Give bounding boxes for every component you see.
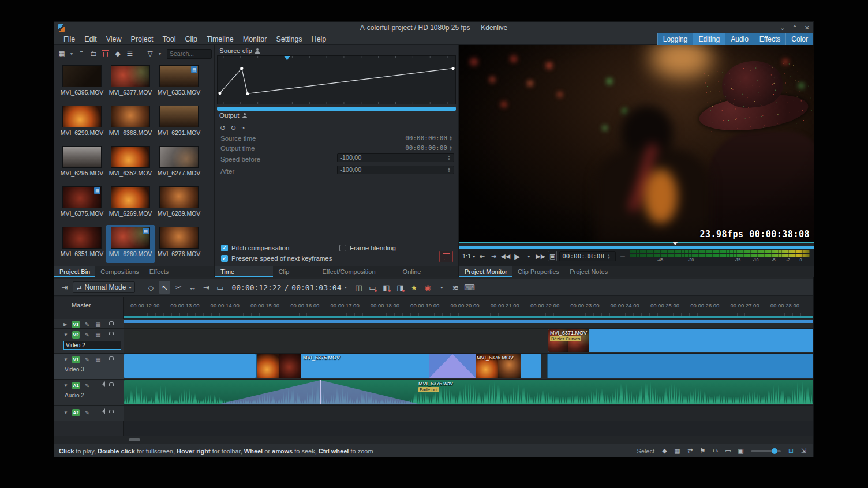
razor-tool-icon[interactable]: ✂ [173,281,184,294]
bin-tab-effects[interactable]: Effects [144,266,174,277]
guide-marker-icon[interactable]: ◧ [380,281,392,294]
timeline-clip-v1-tail[interactable] [124,354,256,378]
mixer-icon[interactable]: ≋ [450,281,461,294]
delete-keyframe-button[interactable] [439,251,453,262]
zone-in-icon[interactable]: ⇤ [477,251,487,261]
track-v2-header[interactable]: ▼ V2 ✎ ▦ [54,329,124,354]
zoom-out-icon[interactable]: ▭ [723,446,733,456]
bin-clip-item[interactable]: MVI_6352.MOV [106,144,155,182]
bin-clip-item[interactable]: MVI_6295.MOV [58,144,106,182]
monitor-video[interactable]: 23.98fps 00:00:38:08 [459,45,814,242]
view-mode-caret-icon[interactable]: ▾ [69,48,74,59]
minimize-icon[interactable]: ⌄ [780,24,785,32]
track-v1-content[interactable]: MVI_6375.MOV MVI_6376.MOV [124,354,813,380]
next-keyframe-icon[interactable]: ↻ [230,124,236,132]
menu-help[interactable]: Help [307,33,331,45]
chevron-right-icon[interactable]: ▶ [63,322,68,327]
menu-clip[interactable]: Clip [180,33,202,45]
menu-file[interactable]: File [59,33,80,45]
menu-timeline[interactable]: Timeline [202,33,238,45]
create-folder-icon[interactable]: 🗀 [88,48,99,59]
tag-icon[interactable]: ◆ [113,48,123,59]
close-icon[interactable]: ✕ [805,24,810,32]
monitor-menu-icon[interactable]: ☰ [618,251,627,261]
track-v1-badge[interactable]: V1 [72,356,80,363]
preserve-speed-checkbox[interactable]: ✓ [221,255,228,262]
speed-before-spinner[interactable]: ▲▼ [447,155,452,161]
timeline-timecode[interactable]: 00:00:12:22 / 00:01:03:04 ▾ [231,283,347,292]
marker-flag-icon[interactable]: ⚑ [698,446,708,456]
same-track-transition[interactable] [429,354,476,378]
add-keyframe-icon[interactable]: ↺ [220,124,226,132]
monitor-tab-project-notes[interactable]: Project Notes [564,266,613,277]
timeline-clip-mvi6371[interactable]: MVI_6371.MOV Bézier Curves [548,329,813,352]
monitor-timecode[interactable]: 00:00:38:08 ▲▼ [559,251,616,261]
track-a1-header[interactable]: ▼ A1 ✎ Audio 2 [54,380,124,406]
track-a1-badge[interactable]: A1 [72,382,80,389]
play-caret-icon[interactable]: ▾ [524,251,533,261]
edge-snap-icon[interactable]: ↦ [710,446,720,456]
timeline-zoom-slider[interactable] [751,450,781,452]
view-mode-icon[interactable]: ▦ [57,48,67,59]
monitor-zoom-select[interactable]: 1:1▾ [462,253,475,260]
monitor-seek-bar[interactable] [459,242,814,246]
track-v2-badge[interactable]: V2 [72,331,80,339]
source-time-value[interactable]: 00:00:00:00 [405,134,447,142]
play-icon[interactable]: ▶ [512,251,522,261]
video-track-icon[interactable]: ▦ [95,332,102,338]
zoom-in-icon[interactable]: ⊞ [786,446,796,456]
workspace-tab-editing[interactable]: Editing [693,33,725,45]
record-icon[interactable]: ◉ [422,281,433,294]
pencil-icon[interactable]: ✎ [84,356,91,363]
track-v2-rename-input[interactable] [63,341,121,350]
track-v3-header[interactable]: ▶ V3 ✎ ▦ [54,319,124,329]
fit-zoom-icon[interactable]: ▣ [736,446,746,456]
track-a2-content[interactable] [124,406,813,421]
workspace-tab-effects[interactable]: Effects [754,33,785,45]
snap-toggle-icon[interactable]: ⇄ [685,446,695,456]
bin-clip-item[interactable]: MVI_6377.MOV [106,63,155,102]
filter-icon[interactable]: ▽ [145,48,155,59]
subtitle-icon[interactable]: ⌨ [463,281,475,294]
bin-clip-item[interactable]: MVI_6269.MOV [106,185,155,223]
search-input[interactable] [167,49,212,59]
workspace-tab-logging[interactable]: Logging [657,33,693,45]
chevron-down-icon[interactable]: ▼ [63,357,68,362]
track-a2-header[interactable]: ▼ A2 ✎ [54,406,124,421]
menu-edit[interactable]: Edit [80,33,102,45]
menu-project[interactable]: Project [126,33,158,45]
record-caret-icon[interactable]: ▾ [436,281,447,294]
spacer-tool-icon[interactable]: ↔ [186,281,198,294]
frame-blending-checkbox[interactable] [339,245,346,251]
track-v3-clips-sliver[interactable] [124,320,813,323]
mix-clips-icon[interactable]: ◇ [145,281,156,294]
track-a2-badge[interactable]: A2 [72,409,80,416]
bin-clip-item[interactable]: ▤MVI_6375.MOV [58,185,106,223]
workspace-tab-color[interactable]: Color [785,33,813,45]
monitor-tab-clip-properties[interactable]: Clip Properties [512,266,564,277]
speed-after-spinner[interactable]: ▲▼ [447,167,452,173]
master-button[interactable]: Master [72,302,91,309]
timeline-clip-mvi6375-6376[interactable]: MVI_6375.MOV MVI_6376.MOV [256,354,541,378]
filter-caret-icon[interactable]: ▾ [157,48,163,59]
bin-tab-compositions[interactable]: Compositions [95,266,144,277]
track-v3-content[interactable] [124,319,813,329]
up-icon[interactable]: ⌃ [76,48,87,59]
favorite-effects-icon[interactable]: ★ [408,281,420,294]
zoom-slider-handle[interactable] [772,448,777,454]
menu-monitor[interactable]: Monitor [238,33,272,45]
track-a1-content[interactable]: MVI_6376.wav Fade out [124,380,813,406]
remap-zone-bar[interactable] [217,107,456,111]
delete-icon[interactable] [100,48,111,59]
forward-icon[interactable]: ▶▶ [536,251,545,261]
track-target-icon[interactable]: ⇥ [59,281,70,294]
tag-toggle-icon[interactable]: ◆ [660,446,669,456]
bin-clip-item[interactable]: ▤MVI_6353.MOV [155,63,203,102]
thumbnails-toggle-icon[interactable]: ▦ [672,446,682,456]
bin-clip-item[interactable]: MVI_6276.MOV [155,225,203,263]
timeline-hscrollbar[interactable] [54,436,813,444]
bin-clip-item[interactable]: ▤MVI_6260.MOV [106,225,155,263]
timeline-clip-v1-right[interactable] [547,354,813,378]
remap-tab-online-resources[interactable]: Online Resources [398,266,458,277]
overwrite-zone-icon[interactable]: ◫ [353,281,364,294]
